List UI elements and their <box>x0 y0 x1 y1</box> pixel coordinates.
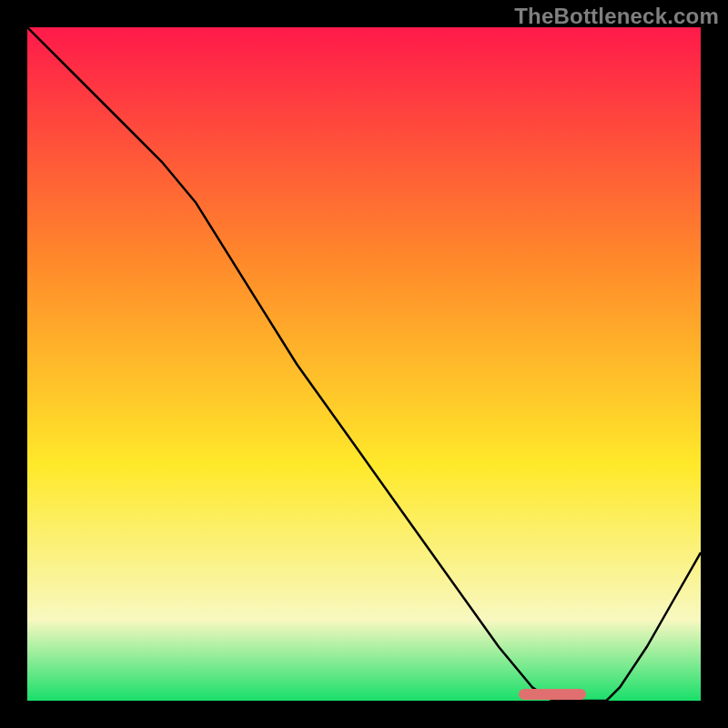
frame-bottom <box>27 701 701 728</box>
bottleneck-curve <box>27 27 701 701</box>
optimal-marker <box>519 689 586 700</box>
watermark-text: TheBottleneck.com <box>514 4 719 29</box>
curve-path <box>27 27 701 701</box>
chart-stage: TheBottleneck.com <box>0 0 728 728</box>
frame-left <box>0 27 27 728</box>
chart-plot-area <box>27 27 701 701</box>
